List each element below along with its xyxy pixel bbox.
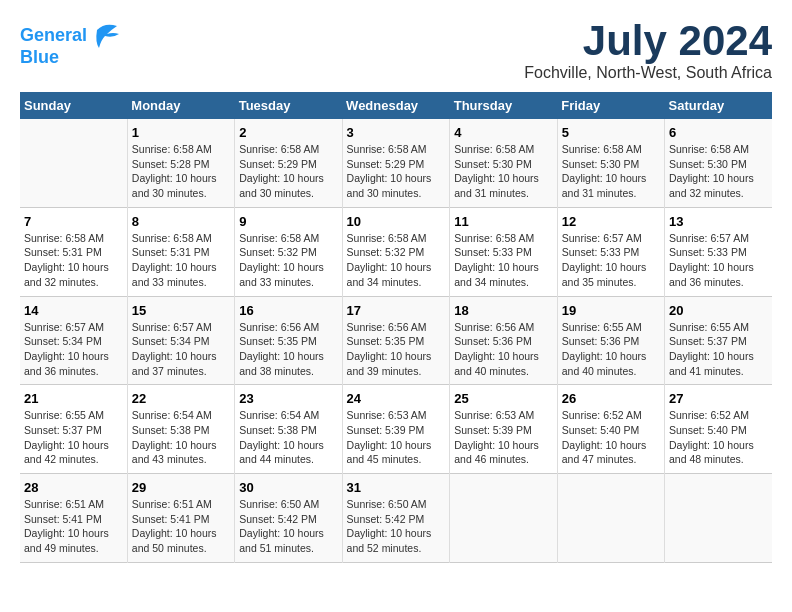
- calendar-cell: 16Sunrise: 6:56 AMSunset: 5:35 PMDayligh…: [235, 296, 342, 385]
- day-number: 18: [454, 303, 552, 318]
- logo-text: General: [20, 26, 87, 46]
- calendar-cell: [20, 119, 127, 207]
- logo-text-blue: Blue: [20, 48, 59, 68]
- day-number: 27: [669, 391, 768, 406]
- calendar-cell: 17Sunrise: 6:56 AMSunset: 5:35 PMDayligh…: [342, 296, 450, 385]
- calendar-cell: 8Sunrise: 6:58 AMSunset: 5:31 PMDaylight…: [127, 207, 234, 296]
- day-number: 21: [24, 391, 123, 406]
- day-number: 16: [239, 303, 337, 318]
- cell-content: Sunrise: 6:51 AMSunset: 5:41 PMDaylight:…: [24, 497, 123, 556]
- calendar-cell: 18Sunrise: 6:56 AMSunset: 5:36 PMDayligh…: [450, 296, 557, 385]
- cell-content: Sunrise: 6:52 AMSunset: 5:40 PMDaylight:…: [562, 408, 660, 467]
- day-header-sunday: Sunday: [20, 92, 127, 119]
- calendar-cell: 15Sunrise: 6:57 AMSunset: 5:34 PMDayligh…: [127, 296, 234, 385]
- calendar-cell: 23Sunrise: 6:54 AMSunset: 5:38 PMDayligh…: [235, 385, 342, 474]
- cell-content: Sunrise: 6:58 AMSunset: 5:32 PMDaylight:…: [347, 231, 446, 290]
- calendar-cell: 1Sunrise: 6:58 AMSunset: 5:28 PMDaylight…: [127, 119, 234, 207]
- cell-content: Sunrise: 6:53 AMSunset: 5:39 PMDaylight:…: [347, 408, 446, 467]
- calendar-cell: 11Sunrise: 6:58 AMSunset: 5:33 PMDayligh…: [450, 207, 557, 296]
- calendar-cell: 27Sunrise: 6:52 AMSunset: 5:40 PMDayligh…: [665, 385, 773, 474]
- calendar-cell: 3Sunrise: 6:58 AMSunset: 5:29 PMDaylight…: [342, 119, 450, 207]
- week-row-1: 1Sunrise: 6:58 AMSunset: 5:28 PMDaylight…: [20, 119, 772, 207]
- week-row-2: 7Sunrise: 6:58 AMSunset: 5:31 PMDaylight…: [20, 207, 772, 296]
- month-title: July 2024: [524, 20, 772, 62]
- calendar-cell: 2Sunrise: 6:58 AMSunset: 5:29 PMDaylight…: [235, 119, 342, 207]
- calendar-cell: 28Sunrise: 6:51 AMSunset: 5:41 PMDayligh…: [20, 474, 127, 563]
- day-header-wednesday: Wednesday: [342, 92, 450, 119]
- cell-content: Sunrise: 6:50 AMSunset: 5:42 PMDaylight:…: [239, 497, 337, 556]
- day-number: 24: [347, 391, 446, 406]
- cell-content: Sunrise: 6:58 AMSunset: 5:32 PMDaylight:…: [239, 231, 337, 290]
- day-number: 26: [562, 391, 660, 406]
- day-header-friday: Friday: [557, 92, 664, 119]
- calendar-cell: 31Sunrise: 6:50 AMSunset: 5:42 PMDayligh…: [342, 474, 450, 563]
- day-number: 29: [132, 480, 230, 495]
- day-number: 28: [24, 480, 123, 495]
- cell-content: Sunrise: 6:56 AMSunset: 5:35 PMDaylight:…: [347, 320, 446, 379]
- calendar-cell: [450, 474, 557, 563]
- calendar-cell: [557, 474, 664, 563]
- cell-content: Sunrise: 6:55 AMSunset: 5:37 PMDaylight:…: [669, 320, 768, 379]
- day-number: 15: [132, 303, 230, 318]
- calendar-cell: 5Sunrise: 6:58 AMSunset: 5:30 PMDaylight…: [557, 119, 664, 207]
- cell-content: Sunrise: 6:51 AMSunset: 5:41 PMDaylight:…: [132, 497, 230, 556]
- cell-content: Sunrise: 6:55 AMSunset: 5:37 PMDaylight:…: [24, 408, 123, 467]
- calendar-cell: 30Sunrise: 6:50 AMSunset: 5:42 PMDayligh…: [235, 474, 342, 563]
- calendar-cell: 7Sunrise: 6:58 AMSunset: 5:31 PMDaylight…: [20, 207, 127, 296]
- week-row-3: 14Sunrise: 6:57 AMSunset: 5:34 PMDayligh…: [20, 296, 772, 385]
- calendar-cell: 12Sunrise: 6:57 AMSunset: 5:33 PMDayligh…: [557, 207, 664, 296]
- cell-content: Sunrise: 6:58 AMSunset: 5:29 PMDaylight:…: [239, 142, 337, 201]
- day-number: 22: [132, 391, 230, 406]
- calendar-cell: 25Sunrise: 6:53 AMSunset: 5:39 PMDayligh…: [450, 385, 557, 474]
- day-number: 2: [239, 125, 337, 140]
- week-row-4: 21Sunrise: 6:55 AMSunset: 5:37 PMDayligh…: [20, 385, 772, 474]
- day-number: 12: [562, 214, 660, 229]
- cell-content: Sunrise: 6:54 AMSunset: 5:38 PMDaylight:…: [239, 408, 337, 467]
- calendar-table: SundayMondayTuesdayWednesdayThursdayFrid…: [20, 92, 772, 563]
- calendar-cell: 20Sunrise: 6:55 AMSunset: 5:37 PMDayligh…: [665, 296, 773, 385]
- location: Fochville, North-West, South Africa: [524, 64, 772, 82]
- cell-content: Sunrise: 6:57 AMSunset: 5:34 PMDaylight:…: [132, 320, 230, 379]
- cell-content: Sunrise: 6:58 AMSunset: 5:31 PMDaylight:…: [132, 231, 230, 290]
- header: General Blue July 2024 Fochville, North-…: [20, 20, 772, 82]
- day-number: 13: [669, 214, 768, 229]
- cell-content: Sunrise: 6:58 AMSunset: 5:30 PMDaylight:…: [669, 142, 768, 201]
- cell-content: Sunrise: 6:54 AMSunset: 5:38 PMDaylight:…: [132, 408, 230, 467]
- day-header-thursday: Thursday: [450, 92, 557, 119]
- cell-content: Sunrise: 6:58 AMSunset: 5:31 PMDaylight:…: [24, 231, 123, 290]
- cell-content: Sunrise: 6:57 AMSunset: 5:33 PMDaylight:…: [562, 231, 660, 290]
- calendar-cell: 10Sunrise: 6:58 AMSunset: 5:32 PMDayligh…: [342, 207, 450, 296]
- calendar-cell: 21Sunrise: 6:55 AMSunset: 5:37 PMDayligh…: [20, 385, 127, 474]
- cell-content: Sunrise: 6:56 AMSunset: 5:35 PMDaylight:…: [239, 320, 337, 379]
- day-header-monday: Monday: [127, 92, 234, 119]
- day-number: 7: [24, 214, 123, 229]
- day-header-saturday: Saturday: [665, 92, 773, 119]
- cell-content: Sunrise: 6:58 AMSunset: 5:30 PMDaylight:…: [562, 142, 660, 201]
- cell-content: Sunrise: 6:58 AMSunset: 5:28 PMDaylight:…: [132, 142, 230, 201]
- cell-content: Sunrise: 6:53 AMSunset: 5:39 PMDaylight:…: [454, 408, 552, 467]
- calendar-cell: 29Sunrise: 6:51 AMSunset: 5:41 PMDayligh…: [127, 474, 234, 563]
- day-number: 10: [347, 214, 446, 229]
- calendar-cell: [665, 474, 773, 563]
- day-number: 30: [239, 480, 337, 495]
- calendar-cell: 6Sunrise: 6:58 AMSunset: 5:30 PMDaylight…: [665, 119, 773, 207]
- title-section: July 2024 Fochville, North-West, South A…: [524, 20, 772, 82]
- day-number: 4: [454, 125, 552, 140]
- header-row: SundayMondayTuesdayWednesdayThursdayFrid…: [20, 92, 772, 119]
- cell-content: Sunrise: 6:52 AMSunset: 5:40 PMDaylight:…: [669, 408, 768, 467]
- day-number: 3: [347, 125, 446, 140]
- calendar-cell: 14Sunrise: 6:57 AMSunset: 5:34 PMDayligh…: [20, 296, 127, 385]
- day-number: 31: [347, 480, 446, 495]
- cell-content: Sunrise: 6:55 AMSunset: 5:36 PMDaylight:…: [562, 320, 660, 379]
- day-number: 8: [132, 214, 230, 229]
- logo-bird-icon: [89, 20, 121, 52]
- day-header-tuesday: Tuesday: [235, 92, 342, 119]
- day-number: 5: [562, 125, 660, 140]
- cell-content: Sunrise: 6:58 AMSunset: 5:30 PMDaylight:…: [454, 142, 552, 201]
- day-number: 23: [239, 391, 337, 406]
- calendar-cell: 22Sunrise: 6:54 AMSunset: 5:38 PMDayligh…: [127, 385, 234, 474]
- cell-content: Sunrise: 6:58 AMSunset: 5:29 PMDaylight:…: [347, 142, 446, 201]
- calendar-cell: 4Sunrise: 6:58 AMSunset: 5:30 PMDaylight…: [450, 119, 557, 207]
- day-number: 20: [669, 303, 768, 318]
- day-number: 11: [454, 214, 552, 229]
